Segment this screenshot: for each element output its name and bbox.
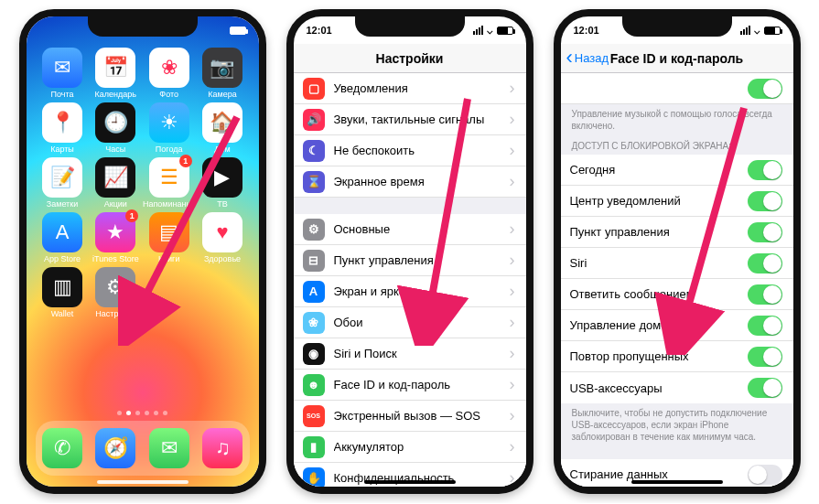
app-Камера[interactable]: 📷Камера: [197, 48, 247, 99]
chevron-right-icon: [510, 406, 515, 425]
settings-label: Siri и Поиск: [334, 347, 510, 360]
phone-faceid-settings: 12:01 ⌵ Назад Face ID и код-пароль Управ…: [554, 9, 801, 494]
settings-icon: ❀: [303, 312, 325, 334]
status-time: 12:01: [307, 25, 332, 36]
app-Почта[interactable]: ✉Почта: [38, 48, 88, 99]
dock-app[interactable]: 🧭: [95, 428, 135, 468]
tutorial-arrow: [652, 99, 762, 355]
app-label: Почта: [51, 90, 74, 99]
chevron-right-icon: [510, 110, 515, 129]
app-Фото[interactable]: ❀Фото: [144, 48, 194, 99]
settings-icon: ☻: [303, 374, 325, 396]
app-label: Заметки: [47, 199, 78, 209]
nav-bar: Настройки: [294, 44, 526, 73]
app-label: Фото: [159, 90, 178, 99]
settings-row-Аккумулятор[interactable]: ▮Аккумулятор: [294, 432, 526, 463]
settings-icon: SOS: [303, 405, 325, 427]
settings-icon: ▮: [303, 436, 325, 458]
dock-app[interactable]: ✉: [149, 428, 189, 468]
app-Заметки[interactable]: 📝Заметки: [38, 157, 88, 209]
app-icon: ▥: [42, 267, 82, 307]
chevron-right-icon: [510, 251, 515, 270]
back-button[interactable]: Назад: [566, 51, 609, 65]
dock-app[interactable]: ✆: [42, 428, 82, 468]
wifi-icon: ⌵: [487, 25, 493, 37]
phone-settings-list: 12:01 ⌵ Настройки ▢Уведомления🔊Звуки, та…: [286, 9, 533, 494]
app-icon: ❀: [149, 48, 189, 88]
chevron-right-icon: [510, 220, 515, 239]
nav-bar: Назад Face ID и код-пароль: [561, 44, 793, 73]
settings-icon: ⌛: [303, 171, 325, 193]
settings-icon: ◉: [303, 343, 325, 365]
settings-row-Экстренный вызов — SOS[interactable]: SOSЭкстренный вызов — SOS: [294, 401, 526, 432]
settings-label: Face ID и код-пароль: [334, 378, 510, 391]
usb-note: Выключите, чтобы не допустить подключени…: [561, 403, 793, 443]
page-title: Настройки: [376, 51, 444, 66]
signal-icon: [473, 26, 483, 35]
chevron-right-icon: [510, 313, 515, 332]
app-Wallet[interactable]: ▥Wallet: [38, 267, 88, 318]
app-App Store[interactable]: AApp Store: [38, 212, 88, 263]
dock-app[interactable]: ♫: [202, 428, 242, 468]
settings-icon: A: [303, 281, 325, 303]
settings-icon: 🔊: [303, 109, 325, 131]
svg-line-1: [426, 99, 468, 327]
toggle-switch[interactable]: [748, 378, 782, 398]
chevron-right-icon: [510, 375, 515, 394]
settings-label: Экстренный вызов — SOS: [334, 409, 510, 423]
signal-icon: [740, 26, 750, 35]
svg-line-2: [680, 108, 744, 337]
chevron-right-icon: [510, 344, 515, 363]
dock: ✆🧭✉♫: [36, 421, 250, 476]
app-Календарь[interactable]: 📅Календарь: [91, 48, 141, 99]
app-label: Камера: [208, 90, 236, 99]
battery-icon: [764, 27, 781, 35]
tutorial-arrow: [118, 108, 255, 346]
toggle-label: USB-аксессуары: [570, 381, 748, 395]
svg-line-0: [132, 117, 237, 323]
chevron-right-icon: [510, 172, 515, 191]
app-label: App Store: [44, 254, 81, 263]
phone-home-screen: 12:01 ⌵ ✉Почта📅Календарь❀Фото📷Камера📍Кар…: [19, 9, 266, 494]
settings-row-Face ID и код-пароль[interactable]: ☻Face ID и код-пароль: [294, 370, 526, 401]
battery-icon: [497, 27, 513, 35]
settings-icon: ☾: [303, 140, 325, 162]
toggle-row-USB-аксессуары[interactable]: USB-аксессуары: [561, 372, 793, 403]
chevron-right-icon: [510, 437, 515, 456]
settings-label: Аккумулятор: [334, 440, 510, 454]
battery-icon: [230, 27, 246, 35]
app-icon: 📝: [42, 157, 82, 198]
erase-label: Стирание данных: [570, 467, 748, 481]
settings-icon: ⊟: [303, 250, 325, 272]
wifi-icon: ⌵: [754, 25, 760, 37]
toggle-switch[interactable]: [748, 79, 782, 99]
page-title: Face ID и код-пароль: [610, 51, 743, 66]
app-icon: A: [42, 212, 82, 252]
page-dots[interactable]: [27, 411, 259, 415]
tutorial-arrow: [376, 90, 486, 346]
app-icon: 📷: [202, 48, 242, 88]
chevron-right-icon: [510, 468, 515, 487]
app-icon: 📅: [95, 48, 135, 88]
settings-icon: ⚙: [303, 219, 325, 241]
chevron-right-icon: [510, 282, 515, 301]
app-label: Wallet: [51, 309, 74, 318]
status-time: 12:01: [574, 25, 599, 36]
app-label: Карты: [50, 145, 74, 154]
toggle-switch[interactable]: [748, 465, 782, 485]
app-label: Календарь: [95, 90, 136, 99]
settings-icon: ▢: [303, 78, 325, 100]
chevron-right-icon: [510, 141, 515, 160]
app-Карты[interactable]: 📍Карты: [38, 102, 88, 154]
chevron-right-icon: [510, 79, 515, 98]
app-icon: ✉: [42, 48, 82, 88]
app-icon: 📍: [42, 102, 82, 143]
settings-icon: ✋: [303, 467, 325, 488]
